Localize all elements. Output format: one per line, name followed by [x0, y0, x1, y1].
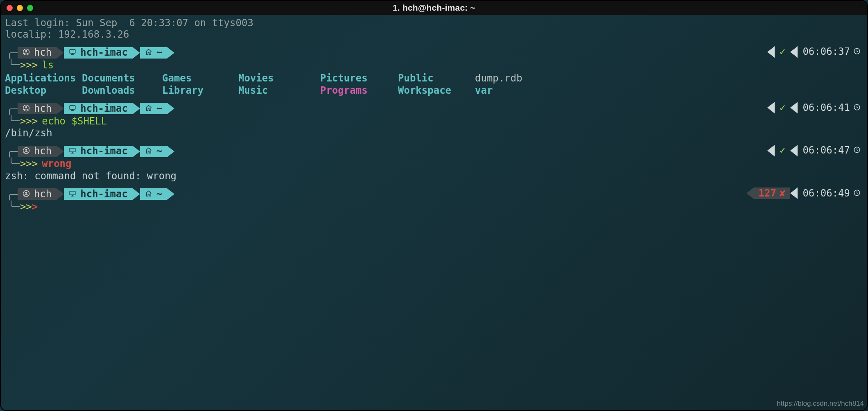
- svg-point-13: [25, 192, 27, 194]
- box-drawing-icon: ╰─: [8, 201, 19, 212]
- clock-icon: [853, 187, 861, 199]
- svg-rect-6: [70, 106, 76, 109]
- prompt-host-segment: hch-imac: [64, 103, 140, 114]
- ls-output-row: ApplicationsDocumentsGamesMoviesPictures…: [5, 72, 864, 84]
- prompt-chevrons: >>>: [20, 115, 38, 127]
- prompt-time: 06:06:49: [802, 187, 850, 199]
- check-icon: ✓: [780, 145, 785, 156]
- svg-point-5: [25, 106, 27, 108]
- ls-entry: Games: [162, 72, 238, 84]
- ls-entry: Desktop: [5, 85, 82, 96]
- status-segment: ✓: [767, 145, 790, 156]
- user-icon: [23, 145, 30, 157]
- prompt-user-text: hch: [34, 145, 52, 157]
- monitor-icon: [69, 47, 76, 58]
- command-text: echo $SHELL: [42, 115, 107, 127]
- prompt-path-segment: ~: [140, 47, 174, 59]
- clock-icon: [853, 145, 861, 156]
- ls-entry: var: [475, 85, 553, 96]
- ls-entry: Movies: [238, 72, 320, 84]
- user-icon: [23, 103, 30, 114]
- ls-entry: Programs: [320, 85, 398, 96]
- home-icon: [145, 145, 152, 157]
- command-row[interactable]: ╰─ >>>: [7, 201, 864, 213]
- svg-rect-10: [70, 148, 76, 152]
- prompt-host-text: hch-imac: [80, 103, 128, 114]
- ls-entry: Public: [398, 72, 475, 84]
- prompt-user-segment: hch: [18, 103, 64, 114]
- monitor-icon: [69, 188, 76, 200]
- window-title: 1. hch@hch-imac: ~: [1, 3, 867, 13]
- terminal-viewport[interactable]: Last login: Sun Sep 6 20:33:07 on ttys00…: [1, 15, 867, 213]
- prompt-path-text: ~: [156, 103, 162, 114]
- prompt-block: ╭─ hch hch-imac ~ ✓ 06:06:47 ╰─ >>> wron…: [5, 145, 864, 182]
- command-output: zsh: command not found: wrong: [5, 170, 864, 182]
- user-icon: [23, 188, 30, 200]
- command-row[interactable]: ╰─ >>> echo $SHELL: [7, 115, 864, 127]
- svg-rect-2: [70, 50, 76, 53]
- ls-entry: Documents: [82, 72, 162, 84]
- prompt-user-segment: hch: [18, 188, 64, 200]
- command-text: ls: [42, 59, 54, 71]
- prompt-user-text: hch: [34, 188, 52, 200]
- home-icon: [145, 47, 152, 58]
- home-icon: [145, 103, 152, 114]
- ls-entry: Library: [162, 85, 238, 96]
- clock-icon: [853, 102, 861, 113]
- svg-rect-14: [70, 191, 76, 195]
- prompt-path-text: ~: [156, 145, 162, 157]
- status-segment: 06:06:41: [790, 102, 866, 113]
- motd-last-login: Last login: Sun Sep 6 20:33:07 on ttys00…: [5, 17, 864, 29]
- prompt-host-segment: hch-imac: [64, 47, 140, 59]
- window-titlebar: 1. hch@hch-imac: ~: [1, 1, 867, 15]
- command-text: wrong: [42, 158, 71, 169]
- clock-icon: [853, 46, 861, 57]
- status-segment: ✓: [767, 46, 790, 58]
- check-icon: ✓: [780, 46, 785, 57]
- prompt-block: ╭─ hch hch-imac ~ 127 ✘ 06:06:49 ╰─ >>>: [5, 187, 864, 213]
- cross-icon: ✘: [780, 187, 785, 199]
- monitor-icon: [69, 145, 76, 157]
- prompt-path-text: ~: [156, 188, 162, 200]
- prompt-row: ╭─ hch hch-imac ~ ✓ 06:06:41: [5, 102, 864, 115]
- status-segment: 06:06:37: [790, 46, 866, 58]
- prompt-path-segment: ~: [140, 103, 174, 114]
- prompt-time: 06:06:41: [802, 102, 850, 113]
- prompt-chevrons: >>>: [20, 158, 38, 169]
- box-drawing-icon: ╰─: [8, 59, 19, 70]
- box-drawing-icon: ╭─: [7, 146, 18, 157]
- prompt-row: ╭─ hch hch-imac ~ ✓ 06:06:37: [5, 46, 864, 59]
- ls-entry: Pictures: [320, 72, 398, 84]
- prompt-chevrons: >>: [20, 201, 32, 212]
- user-icon: [23, 47, 30, 58]
- box-drawing-icon: ╭─: [7, 47, 18, 59]
- command-row[interactable]: ╰─ >>> wrong: [7, 158, 864, 170]
- monitor-icon: [69, 103, 76, 114]
- ls-entry: Downloads: [82, 85, 162, 96]
- prompt-row: ╭─ hch hch-imac ~ 127 ✘ 06:06:49: [5, 187, 864, 201]
- prompt-path-segment: ~: [140, 146, 174, 157]
- box-drawing-icon: ╭─: [7, 103, 18, 115]
- ls-output-row: DesktopDownloadsLibraryMusicProgramsWork…: [5, 85, 864, 96]
- prompt-host-segment: hch-imac: [64, 146, 140, 157]
- prompt-path-text: ~: [156, 47, 162, 58]
- watermark: https://blog.csdn.net/hch814: [777, 400, 864, 408]
- status-segment: ✓: [767, 102, 790, 113]
- svg-point-1: [25, 50, 27, 52]
- status-segment: 127 ✘: [746, 187, 791, 199]
- ls-entry: Workspace: [398, 85, 475, 96]
- status-segment: 06:06:47: [790, 145, 866, 156]
- prompt-block: ╭─ hch hch-imac ~ ✓ 06:06:41 ╰─ >>> echo…: [5, 102, 864, 139]
- motd-localip: localip: 192.168.3.26: [5, 29, 864, 40]
- prompt-path-segment: ~: [140, 188, 174, 200]
- check-icon: ✓: [780, 102, 785, 113]
- prompt-host-text: hch-imac: [80, 188, 128, 200]
- prompt-row: ╭─ hch hch-imac ~ ✓ 06:06:47: [5, 145, 864, 158]
- prompt-user-segment: hch: [18, 47, 64, 59]
- command-row[interactable]: ╰─ >>> ls: [7, 59, 864, 72]
- ls-entry: Music: [238, 85, 320, 96]
- box-drawing-icon: ╰─: [8, 115, 19, 126]
- box-drawing-icon: ╭─: [7, 189, 18, 200]
- prompt-user-text: hch: [34, 103, 52, 114]
- prompt-chevrons: >: [32, 201, 38, 212]
